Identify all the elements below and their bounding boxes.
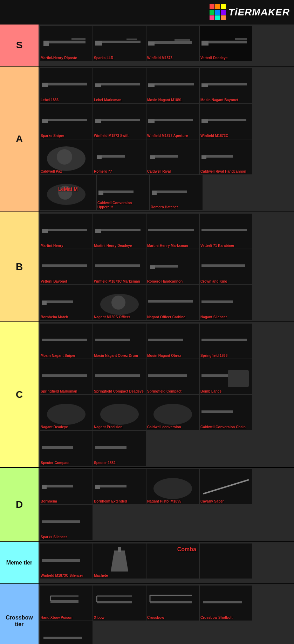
svg-rect-73: [95, 446, 127, 449]
tier-content-b: Martini-Henry Martini-Henry Deadeye Mart…: [39, 212, 294, 321]
item-label: Winfield M1873C Silencer: [41, 574, 83, 578]
svg-rect-67: [228, 370, 249, 387]
list-item: Sparks Sniper: [40, 104, 93, 139]
svg-rect-45: [95, 229, 101, 233]
svg-rect-63: [42, 374, 87, 377]
svg-rect-60: [95, 339, 130, 341]
item-label: Vetterli 71 Karabiner: [200, 244, 234, 248]
svg-rect-80: [42, 520, 80, 523]
item-label: Specter Compact: [41, 461, 69, 465]
list-item: Martini-Henry Deadeye: [93, 214, 146, 249]
tier-row-d: D Bornheim Bornheim Extended Nagant Pist…: [0, 468, 294, 542]
svg-point-56: [111, 296, 125, 310]
item-label: Nagant Silencer: [200, 315, 227, 319]
list-item: Vetterli 71 Karabiner: [200, 214, 252, 249]
item-label: Sparks Sniper: [41, 134, 64, 138]
item-label: Springfield Compact Deadeye: [94, 389, 144, 394]
list-item: Mosin Nagant Bayonet: [200, 68, 252, 103]
list-item: Caldwell Conversion Uppercut: [97, 175, 149, 210]
item-label: Machete: [94, 574, 108, 578]
item-label: Bomb Lance: [200, 389, 221, 394]
list-item: Specter 1882: [93, 431, 146, 466]
tier-row-a: A Lebel 1886 Lebel Marksman Mosin Nagant…: [0, 67, 294, 212]
list-item: Winfield M1873 Aperture: [146, 104, 199, 139]
item-label: Winfield M1873C: [200, 134, 228, 138]
item-label: Vetterli Deadeye: [200, 56, 227, 60]
tiermaker-logo: TiERMAKER: [210, 4, 290, 20]
svg-rect-17: [148, 84, 155, 87]
item-label: Nagant Precision: [94, 425, 123, 429]
list-item: Martini-Henry: [40, 214, 93, 249]
item-label: Martini-Henry Riposte: [41, 56, 77, 60]
list-item: Springfield 1866: [200, 324, 252, 359]
svg-rect-0: [43, 41, 86, 43]
item-label: Crown and King: [200, 279, 227, 284]
svg-rect-13: [42, 83, 48, 87]
list-item: Nagant Officer Carbine: [146, 285, 199, 320]
list-item: Mosin Nagant M1891: [146, 68, 199, 103]
svg-rect-48: [42, 264, 87, 267]
item-label: Mosin Nagant Sniper: [41, 354, 75, 358]
svg-rect-81: [42, 559, 80, 562]
svg-rect-14: [95, 83, 140, 85]
svg-rect-31: [97, 155, 102, 159]
svg-rect-11: [235, 38, 247, 40]
svg-rect-10: [201, 41, 208, 46]
item-label: Caldwell Conversion Uppercut: [97, 201, 148, 209]
list-item: Vetterli Deadeye: [200, 26, 252, 61]
list-item: Romero Hatchet: [150, 175, 203, 210]
logo-cell: [210, 10, 214, 15]
item-label: Bornheim: [41, 499, 57, 504]
item-label: Winfield M1873C Marksman: [94, 279, 140, 284]
svg-rect-77: [95, 485, 100, 489]
list-item: Bornheim Extended: [93, 469, 146, 504]
svg-rect-8: [175, 39, 190, 41]
list-item: Springfield Marksman: [40, 359, 93, 394]
item-label: Nagant Deadeye: [41, 425, 68, 429]
svg-rect-72: [42, 446, 73, 449]
logo-cell: [210, 15, 214, 20]
list-item: Caldwell conversion: [146, 395, 199, 430]
item-label: Winfield M1873 Aperture: [147, 134, 188, 138]
tier-list: TiERMAKER S Martini-Henry Riposte Sparks…: [0, 0, 294, 644]
tier-label-b: B: [0, 212, 39, 321]
svg-rect-64: [95, 374, 140, 377]
item-label: Crossbow: [147, 616, 164, 620]
list-item: [200, 543, 252, 579]
item-label: Martini-Henry Deadeye: [94, 244, 132, 248]
svg-rect-35: [201, 155, 206, 159]
svg-rect-51: [150, 265, 155, 269]
item-label: Springfield 1866: [200, 354, 227, 358]
svg-rect-39: [98, 191, 103, 195]
list-item: Vetterli Bayonet: [40, 249, 93, 284]
svg-rect-4: [95, 41, 102, 46]
list-item: Nagant Pistol M1895: [146, 469, 199, 504]
item-label: Lebel Marksman: [94, 98, 121, 102]
item-label: Romero Handcannon: [147, 279, 183, 284]
svg-rect-2: [43, 41, 49, 46]
svg-rect-1: [71, 38, 86, 40]
list-item: Caldwell Pax: [40, 139, 93, 174]
item-label: Mosin Nagant M1891: [147, 98, 182, 102]
svg-rect-87: [97, 601, 132, 603]
list-item: Caldwell Conversion Chain: [200, 395, 252, 430]
tier-row-b: B Martini-Henry Martini-Henry Deadeye Ma…: [0, 212, 294, 322]
svg-rect-42: [42, 229, 87, 231]
svg-rect-24: [148, 119, 193, 121]
item-label: Cavalry Saber: [200, 499, 224, 504]
svg-rect-49: [95, 264, 140, 267]
list-item: Winfield M1873 Swift: [93, 104, 146, 139]
tier-content-c: Mosin Nagant Sniper Mosin Nagant Obrez D…: [39, 322, 294, 467]
svg-rect-27: [201, 119, 208, 123]
item-label: Springfield Compact: [147, 389, 182, 394]
item-label: Winfield M1873: [147, 56, 172, 60]
list-item: Winfield M1873C Marksman: [93, 249, 146, 284]
list-item: Crossbow Explosive: [40, 621, 93, 644]
svg-rect-21: [42, 119, 48, 123]
list-item: Winfield M1873C: [200, 104, 252, 139]
item-label: Martini-Henry: [41, 244, 63, 248]
list-item: Bomb Lance: [200, 359, 252, 394]
logo-cell: [221, 15, 226, 20]
item-label: Nagant M189S Officer: [94, 315, 130, 319]
logo-text: TiERMAKER: [228, 7, 290, 18]
